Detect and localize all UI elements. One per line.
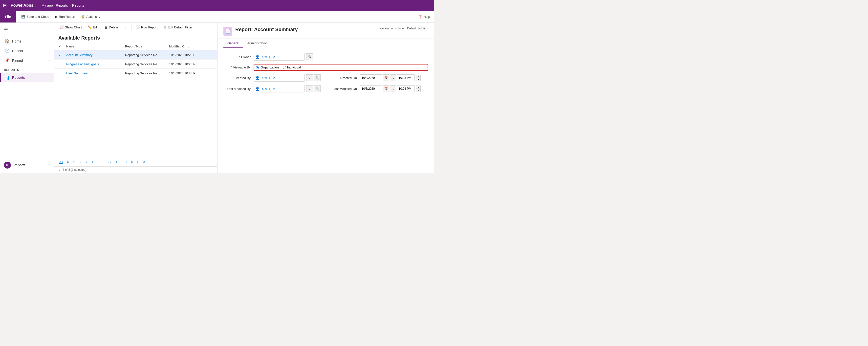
edit-default-filter-label: Edit Default Filter <box>167 26 192 29</box>
type-header-label: Report Type <box>125 45 142 48</box>
alpha-e[interactable]: E <box>96 160 100 164</box>
alpha-b[interactable]: B <box>78 160 82 164</box>
tab-administration[interactable]: Administration <box>243 39 271 48</box>
ribbon-actions: 💾 Save and Close ▶ Run Report 🔒 Actions … <box>16 11 106 23</box>
viewable-by-org-option[interactable]: Organization <box>256 65 279 69</box>
created-by-expand-button[interactable]: ⌄ <box>306 74 313 81</box>
last-modified-on-calendar-button[interactable]: 📅 <box>383 85 389 92</box>
sidebar-item-home[interactable]: 🏠 Home <box>0 36 54 46</box>
delete-button[interactable]: 🗑 Delete <box>102 24 121 30</box>
created-by-btn-group: ⌄ 🔍 <box>306 74 320 81</box>
last-modified-on-date-wrap: 📅 ⌄ ▲ ▼ <box>360 85 421 92</box>
actions-button[interactable]: 🔒 Actions ⌄ <box>79 12 103 21</box>
alpha-d[interactable]: D <box>90 160 94 164</box>
alpha-i[interactable]: I <box>120 160 123 164</box>
last-modified-by-lookup-button[interactable]: 🔍 <box>314 85 320 92</box>
alpha-k[interactable]: K <box>130 160 134 164</box>
col-name-header[interactable]: Name ↑↓ <box>66 45 125 48</box>
last-modified-on-time-input[interactable] <box>397 85 415 92</box>
sidebar-item-reports[interactable]: 📊 Reports <box>0 73 54 82</box>
last-modified-on-time-down[interactable]: ▼ <box>416 89 421 92</box>
created-on-calendar-button[interactable]: 📅 <box>383 74 389 81</box>
sidebar-top: ☰ <box>0 23 54 34</box>
alpha-c[interactable]: C <box>84 160 88 164</box>
content-area: 📈 Show Chart ✏️ Edit 🗑 Delete ⌄ 📊 Run Re… <box>54 23 217 173</box>
delete-icon: 🗑 <box>104 26 107 29</box>
alpha-l[interactable]: L <box>136 160 140 164</box>
report-link-2[interactable]: Progress against goals <box>66 62 99 66</box>
viewable-ind-radio[interactable] <box>283 66 286 69</box>
hamburger-button[interactable]: ☰ <box>3 25 9 32</box>
show-chart-button[interactable]: 📈 Show Chart <box>57 24 84 30</box>
created-by-input-field[interactable]: 👤 <box>254 74 305 82</box>
breadcrumb-reports-2[interactable]: Reports <box>72 3 84 7</box>
last-modified-on-time-up[interactable]: ▲ <box>416 86 421 89</box>
alpha-f[interactable]: F <box>101 160 105 164</box>
file-button[interactable]: File <box>0 11 16 23</box>
viewable-by-ind-option[interactable]: Individual <box>283 65 301 69</box>
help-button[interactable]: ❓ Help <box>418 15 430 19</box>
top-nav: ⊞ Power Apps ⌄ My app Reports › Reports <box>0 0 434 11</box>
owner-value-wrap: 👤 🔍 <box>254 53 428 61</box>
alpha-hash[interactable]: # <box>66 160 70 164</box>
edit-default-filter-button[interactable]: ☰ Edit Default Filter <box>161 24 195 30</box>
header-chevron-icon[interactable]: ⌄ <box>102 36 105 40</box>
row-type-3: Reporting Services Re... <box>125 71 169 75</box>
last-modified-on-dropdown-button[interactable]: ⌄ <box>390 85 396 92</box>
created-by-input[interactable] <box>261 75 305 81</box>
actions-label: Actions <box>86 15 97 19</box>
run-report-ribbon-button[interactable]: ▶ Run Report <box>53 12 78 21</box>
tab-general[interactable]: General <box>223 39 243 48</box>
last-modified-by-input[interactable] <box>261 86 305 92</box>
owner-input[interactable] <box>261 54 305 60</box>
created-on-date-input[interactable] <box>360 74 382 81</box>
last-modified-by-value-wrap: 👤 ⌄ 🔍 <box>254 85 322 92</box>
actions-chevron-icon: ⌄ <box>98 15 101 19</box>
created-on-time-down[interactable]: ▼ <box>416 78 421 81</box>
sidebar-item-pinned[interactable]: 📌 Pinned ⌄ <box>0 56 54 65</box>
report-link-3[interactable]: User Summary <box>66 71 88 75</box>
breadcrumb-reports-1[interactable]: Reports <box>56 3 68 7</box>
main-layout: ☰ 🏠 Home 🕐 Recent ⌄ 📌 Pinned ⌄ Reports 📊… <box>0 23 434 173</box>
edit-button[interactable]: ✏️ Edit <box>85 24 101 30</box>
viewable-org-radio[interactable] <box>256 66 259 69</box>
app-name-chevron[interactable]: ⌄ <box>34 4 37 7</box>
row-name-3: User Summary <box>66 71 125 75</box>
col-modified-header[interactable]: Modified On ⌄ <box>169 45 214 48</box>
owner-lookup-button[interactable]: 🔍 <box>306 53 313 60</box>
created-by-lookup-button[interactable]: 🔍 <box>314 74 320 81</box>
created-on-time-up[interactable]: ▲ <box>416 75 421 78</box>
alpha-h[interactable]: H <box>114 160 118 164</box>
col-type-header[interactable]: Report Type ⌄ <box>125 45 169 48</box>
last-modified-by-input-field[interactable]: 👤 <box>254 85 305 92</box>
alpha-m[interactable]: M <box>142 160 146 164</box>
created-on-dropdown-button[interactable]: ⌄ <box>390 74 396 81</box>
table-row[interactable]: User Summary Reporting Services Re... 10… <box>54 69 217 78</box>
table-row[interactable]: ✓ Account Summary Reporting Services Re.… <box>54 51 217 60</box>
type-filter-icon: ⌄ <box>143 45 145 48</box>
last-modified-by-expand-button[interactable]: ⌄ <box>306 85 313 92</box>
last-modified-on-time-arrows: ▲ ▼ <box>416 86 421 92</box>
sidebar-bottom-reports-item[interactable]: R Reports ⌃ <box>0 159 54 171</box>
save-close-icon: 💾 <box>21 15 25 19</box>
ribbon: File 💾 Save and Close ▶ Run Report 🔒 Act… <box>0 11 434 23</box>
save-close-button[interactable]: 💾 Save and Close <box>19 12 52 21</box>
alpha-all[interactable]: All <box>58 160 64 164</box>
created-by-label: Created By <box>223 76 251 80</box>
table-row[interactable]: Progress against goals Reporting Service… <box>54 60 217 69</box>
alpha-j[interactable]: J <box>125 160 128 164</box>
created-on-time-input[interactable] <box>397 74 415 81</box>
my-app-label: My app <box>41 3 53 7</box>
sidebar-reports-label: Reports <box>12 75 25 80</box>
more-button[interactable]: ⌄ <box>122 24 129 30</box>
owner-input-field[interactable]: 👤 <box>254 53 305 61</box>
run-report-button[interactable]: 📊 Run Report <box>133 24 160 30</box>
report-link-1[interactable]: Account Summary <box>66 53 92 57</box>
sidebar-item-recent[interactable]: 🕐 Recent ⌄ <box>0 46 54 56</box>
waffle-icon[interactable]: ⊞ <box>3 3 7 8</box>
created-on-date-wrap: 📅 ⌄ ▲ ▼ <box>360 74 421 81</box>
alpha-g[interactable]: G <box>107 160 112 164</box>
alpha-a[interactable]: A <box>72 160 75 164</box>
form-icon: 📄 <box>223 27 232 36</box>
last-modified-on-date-input[interactable] <box>360 85 382 92</box>
